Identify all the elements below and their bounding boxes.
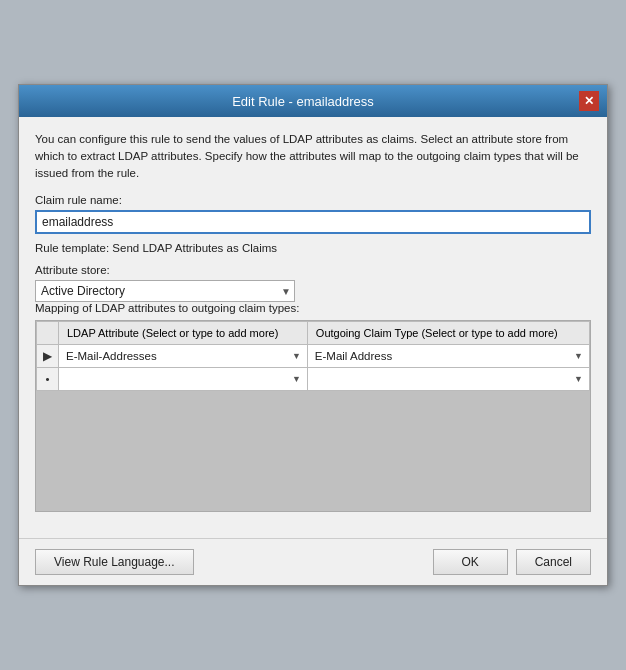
mapping-table-header-ldap: LDAP Attribute (Select or type to add mo… [59, 321, 308, 344]
attribute-store-dropdown[interactable]: Active Directory Custom Attribute Store [35, 280, 295, 302]
row-1-indicator: ▶ [37, 344, 59, 367]
description-text: You can configure this rule to send the … [35, 131, 591, 181]
row-1-ldap-cell: E-Mail-Addresses ▼ [59, 344, 308, 367]
title-bar: Edit Rule - emailaddress ✕ [19, 85, 607, 117]
row-1-outgoing-dropdown-wrapper: E-Mail Address ▼ [310, 347, 587, 365]
row-1-outgoing-cell: E-Mail Address ▼ [307, 344, 589, 367]
claim-rule-name-label: Claim rule name: [35, 194, 591, 206]
mapping-table-header-indicator [37, 321, 59, 344]
table-row: ▶ E-Mail-Addresses ▼ [37, 344, 590, 367]
dialog-container: Edit Rule - emailaddress ✕ You can confi… [18, 84, 608, 585]
row-2-ldap-cell: ▼ [59, 367, 308, 390]
row-1-ldap-dropdown-wrapper: E-Mail-Addresses ▼ [61, 347, 305, 365]
rule-template-text: Rule template: Send LDAP Attributes as C… [35, 242, 591, 254]
row-2-outgoing-dropdown[interactable] [310, 370, 587, 388]
row-2-ldap-dropdown-wrapper: ▼ [61, 370, 305, 388]
mapping-table-header-row: LDAP Attribute (Select or type to add mo… [37, 321, 590, 344]
ok-button[interactable]: OK [433, 549, 508, 575]
cancel-button[interactable]: Cancel [516, 549, 591, 575]
footer-right-buttons: OK Cancel [433, 549, 591, 575]
dialog-title: Edit Rule - emailaddress [27, 94, 579, 109]
claim-rule-name-input[interactable] [35, 210, 591, 234]
row-2-outgoing-dropdown-wrapper: ▼ [310, 370, 587, 388]
close-button[interactable]: ✕ [579, 91, 599, 111]
dialog-footer: View Rule Language... OK Cancel [19, 538, 607, 585]
row-1-outgoing-dropdown[interactable]: E-Mail Address [310, 347, 587, 365]
mapping-table-header-outgoing: Outgoing Claim Type (Select or type to a… [307, 321, 589, 344]
row-2-indicator: • [37, 367, 59, 390]
table-row: • ▼ [37, 367, 590, 390]
mapping-label: Mapping of LDAP attributes to outgoing c… [35, 302, 591, 314]
row-2-ldap-dropdown[interactable] [61, 370, 305, 388]
mapping-table-wrapper: LDAP Attribute (Select or type to add mo… [35, 320, 591, 512]
view-rule-language-button[interactable]: View Rule Language... [35, 549, 194, 575]
row-2-outgoing-cell: ▼ [307, 367, 589, 390]
attribute-store-dropdown-wrapper: Active Directory Custom Attribute Store … [35, 280, 295, 302]
mapping-table: LDAP Attribute (Select or type to add mo… [36, 321, 590, 391]
row-1-ldap-dropdown[interactable]: E-Mail-Addresses [61, 347, 305, 365]
attribute-store-label: Attribute store: [35, 264, 591, 276]
dialog-body: You can configure this rule to send the … [19, 117, 607, 537]
mapping-table-empty-area [36, 391, 590, 511]
